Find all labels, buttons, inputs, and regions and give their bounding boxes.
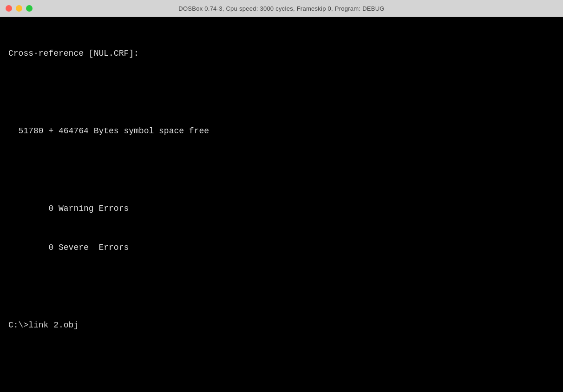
line-cross-ref: Cross-reference [NUL.CRF]:: [8, 47, 555, 60]
line-blank4: [8, 358, 555, 371]
terminal-output: Cross-reference [NUL.CRF]: 51780 + 46476…: [8, 21, 555, 392]
close-button[interactable]: [6, 5, 12, 12]
line-symbol-space: 51780 + 464764 Bytes symbol space free: [8, 125, 555, 138]
line-blank3: [8, 281, 555, 294]
dosbox-window: DOSBox 0.74-3, Cpu speed: 3000 cycles, F…: [0, 0, 563, 392]
line-blank1: [8, 86, 555, 99]
line-severe-errors: 0 Severe Errors: [8, 242, 555, 255]
line-blank2: [8, 164, 555, 177]
minimize-button[interactable]: [16, 5, 22, 12]
line-link-cmd: C:\>link 2.obj: [8, 319, 555, 332]
line-warning-errors: 0 Warning Errors: [8, 203, 555, 216]
window-title: DOSBox 0.74-3, Cpu speed: 3000 cycles, F…: [178, 5, 384, 12]
window-controls[interactable]: [6, 5, 33, 12]
title-bar: DOSBox 0.74-3, Cpu speed: 3000 cycles, F…: [0, 0, 563, 17]
terminal-area[interactable]: Cross-reference [NUL.CRF]: 51780 + 46476…: [0, 17, 563, 392]
maximize-button[interactable]: [26, 5, 33, 12]
